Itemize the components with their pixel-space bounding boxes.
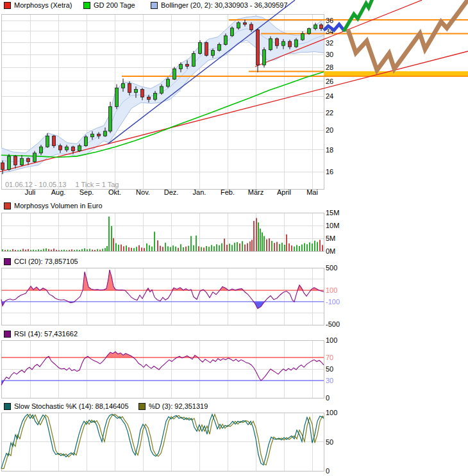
y-axis-label: 18: [326, 146, 333, 154]
y-axis-label: 0M: [326, 247, 335, 255]
volume-y-axis: 15M10M5M0M: [326, 209, 339, 255]
y-axis-label: 500: [326, 264, 337, 272]
tick-resolution-text: 1 Tick = 1 Tag: [75, 181, 119, 188]
month-label: Juli: [25, 188, 36, 196]
legend-volume-label: Morphosys Volumen in Euro: [14, 202, 103, 209]
brown-zigzag: [348, 0, 468, 70]
legend-rsi-label: RSI (14): 57,431662: [14, 330, 78, 338]
rsi-panel: [1, 340, 324, 398]
legend-cci: CCI (20): 73,857105: [4, 258, 78, 265]
y-axis-label: 36: [326, 17, 333, 24]
y-axis-label: 0: [326, 394, 330, 402]
month-label: Jan.: [193, 188, 206, 196]
y-axis-label: 15M: [326, 209, 339, 217]
legend-stoch-d-label: %D (3): 92,351319: [149, 402, 208, 410]
legend-main-symbol-label: Morphosys (Xetra): [14, 1, 72, 9]
main-y-axis: 3634323028262422201816: [326, 17, 333, 176]
month-label: März: [248, 188, 263, 196]
y-axis-label: 100: [326, 286, 337, 294]
y-axis-label: -500: [326, 320, 340, 328]
y-axis-label: 30: [326, 377, 333, 384]
cci-panel: [1, 268, 324, 325]
month-label: Feb.: [221, 188, 235, 196]
legend-stoch-k-label: Slow Stochastic %K (14): 88,146405: [14, 402, 129, 410]
y-axis-label: 10M: [326, 222, 339, 229]
cci-line: [1, 270, 324, 309]
lower-red-trendline: [0, 51, 468, 172]
legend-cci-label: CCI (20): 73,857105: [14, 258, 78, 265]
month-label: Sep.: [79, 188, 94, 196]
month-label: April: [277, 188, 291, 196]
month-label: Dez.: [164, 188, 179, 196]
date-range: 01.06.12 - 10.05.131 Tick = 1 Tag: [5, 181, 128, 188]
cci-y-axis: 500100-100-500: [326, 264, 340, 328]
bollinger-swatch-icon: [151, 2, 158, 9]
y-axis-label: 22: [326, 109, 333, 117]
navy-trendline: [108, 0, 295, 144]
y-axis-label: 30: [326, 51, 333, 58]
y-axis-label: 16: [326, 168, 333, 176]
y-axis-label: 50: [326, 438, 333, 446]
y-axis-label: 20: [326, 126, 333, 134]
y-axis-label: 50: [326, 365, 333, 373]
legend-stoch-k: Slow Stochastic %K (14): 88,146405: [4, 402, 129, 410]
green-zigzag: [344, 0, 374, 31]
rsi-swatch-icon: [4, 331, 11, 338]
volume-panel: [1, 213, 324, 251]
legend-rsi: RSI (14): 57,431662: [4, 330, 78, 338]
legend-main-symbol: Morphosys (Xetra): [4, 1, 72, 9]
y-axis-label: 26: [326, 78, 333, 85]
rsi-y-axis: 1007050300: [326, 336, 337, 402]
y-axis-label: 100: [326, 336, 337, 344]
symbol-swatch-icon: [4, 2, 11, 9]
month-label: Aug.: [51, 188, 66, 196]
stoch-y-axis: 100500: [326, 409, 337, 475]
legend-gd200: GD 200 Tage: [83, 1, 135, 9]
morphosys-chart-window: 3634323028262422201816JuliAug.Sep.Okt.No…: [0, 0, 468, 476]
support-zone: [324, 71, 468, 76]
y-axis-label: 100: [326, 409, 337, 416]
month-label: Nov.: [136, 188, 150, 196]
stoch-d-swatch-icon: [138, 403, 146, 410]
stoch-k-swatch-icon: [4, 403, 11, 410]
legend-bollinger: Bollinger (20, 2): 30,330903 - 36,309597: [151, 1, 288, 9]
stoch-panel: [1, 413, 324, 471]
legend-stoch-d: %D (3): 92,351319: [138, 402, 208, 410]
legend-bollinger-label: Bollinger (20, 2): 30,330903 - 36,309597: [161, 1, 288, 9]
y-axis-label: 5M: [326, 234, 335, 242]
legend-volume: Morphosys Volumen in Euro: [4, 202, 103, 209]
volume-swatch-icon: [4, 202, 11, 209]
volume-bars: [2, 217, 323, 251]
legend-gd200-label: GD 200 Tage: [94, 1, 135, 9]
gd200-swatch-icon: [83, 2, 90, 9]
y-axis-label: 28: [326, 63, 333, 71]
y-axis-label: 24: [326, 92, 333, 100]
y-axis-label: 70: [326, 354, 333, 361]
month-axis: JuliAug.Sep.Okt.Nov.Dez.Jan.Feb.MärzApri…: [25, 188, 318, 196]
date-range-text: 01.06.12 - 10.05.13: [5, 181, 66, 188]
y-axis-label: 0: [326, 467, 330, 475]
y-axis-label: -100: [326, 298, 340, 306]
cci-series: [1, 270, 324, 309]
cci-fills: [1, 270, 324, 309]
rsi-fills: [1, 352, 324, 385]
month-label: Okt.: [108, 188, 121, 196]
month-label: Mai: [306, 188, 318, 196]
cci-swatch-icon: [4, 258, 11, 265]
y-axis-label: 32: [326, 39, 333, 47]
